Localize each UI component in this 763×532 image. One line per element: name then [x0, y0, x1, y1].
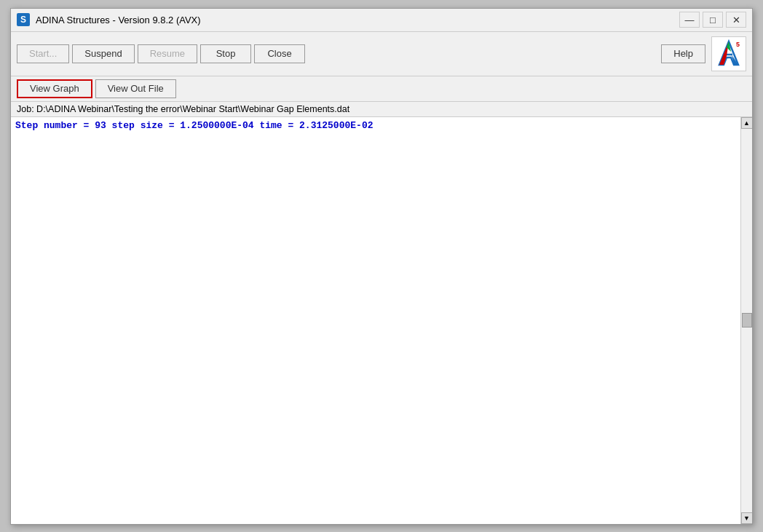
scrollbar-down-arrow[interactable]: ▼	[741, 512, 753, 524]
minimize-button[interactable]: —	[679, 12, 700, 28]
stop-button[interactable]: Stop	[200, 44, 251, 63]
close-button[interactable]: Close	[254, 44, 305, 63]
title-bar-left: S ADINA Structures - Version 9.8.2 (AVX)	[17, 13, 201, 26]
svg-text:5: 5	[736, 41, 740, 48]
job-path-text: Job: D:\ADINA Webinar\Testing the error\…	[17, 104, 349, 114]
title-bar: S ADINA Structures - Version 9.8.2 (AVX)…	[11, 9, 752, 32]
scrollbar-track: ▲ ▼	[740, 117, 752, 524]
window-title: ADINA Structures - Version 9.8.2 (AVX)	[36, 15, 201, 25]
help-button[interactable]: Help	[661, 44, 705, 63]
suspend-button[interactable]: Suspend	[72, 44, 134, 63]
start-button[interactable]: Start...	[17, 44, 69, 63]
close-window-button[interactable]: ✕	[726, 12, 746, 28]
main-window: S ADINA Structures - Version 9.8.2 (AVX)…	[10, 8, 753, 525]
resume-button[interactable]: Resume	[138, 44, 197, 63]
view-out-file-button[interactable]: View Out File	[95, 79, 176, 98]
scrollbar-up-arrow[interactable]: ▲	[741, 117, 753, 129]
adina-logo-svg: 5	[713, 39, 744, 69]
content-output: Step number = 93 step size = 1.2500000E-…	[11, 117, 740, 524]
job-path: Job: D:\ADINA Webinar\Testing the error\…	[11, 102, 752, 117]
step-line: Step number = 93 step size = 1.2500000E-…	[15, 120, 373, 131]
content-area: Step number = 93 step size = 1.2500000E-…	[11, 117, 752, 524]
app-logo-letter: S	[17, 13, 30, 26]
toolbar-row1: Start... Suspend Resume Stop Close Help	[11, 32, 752, 76]
adina-logo: 5	[711, 36, 746, 71]
view-graph-button[interactable]: View Graph	[17, 79, 92, 98]
title-bar-controls: — □ ✕	[679, 12, 746, 28]
maximize-button[interactable]: □	[703, 12, 723, 28]
toolbar-row2: View Graph View Out File	[11, 76, 752, 102]
scrollbar-thumb[interactable]	[742, 313, 752, 327]
